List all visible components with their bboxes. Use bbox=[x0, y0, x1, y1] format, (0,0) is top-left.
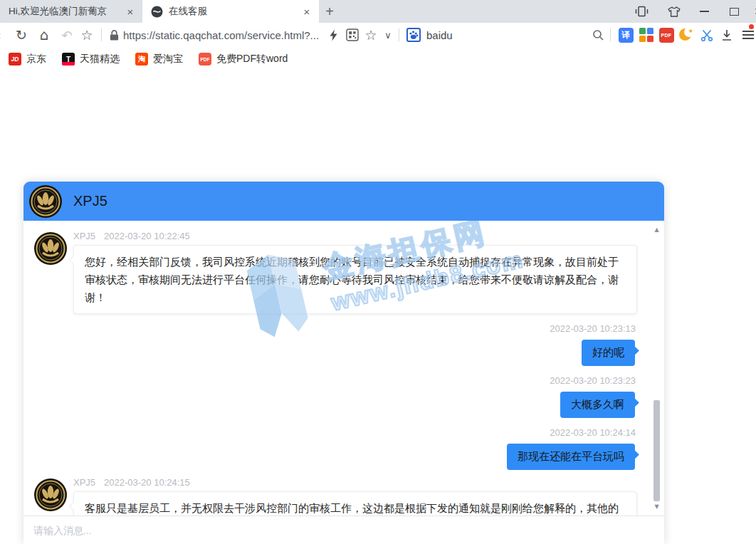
bookmark-label: 京东 bbox=[26, 53, 46, 66]
chat-widget: XPJ5 XPJ5 2022-03-20 10:22:45 您好，经相关部门反馈… bbox=[23, 182, 664, 544]
agent-message: XPJ5 2022-03-20 10:24:15 客服只是基层员工，并无权限去干… bbox=[34, 476, 637, 516]
agent-avatar bbox=[34, 232, 67, 265]
globe-favicon-icon bbox=[151, 6, 163, 18]
bookmark-tmall[interactable]: T 天猫精选 bbox=[62, 53, 120, 66]
page-content: XPJ5 XPJ5 2022-03-20 10:22:45 您好，经相关部门反馈… bbox=[0, 71, 756, 544]
screenshot-scissors-icon[interactable] bbox=[698, 23, 716, 47]
user-message: 2022-03-20 10:24:14 那现在还能在平台玩吗 bbox=[34, 427, 637, 470]
bookmark-taobao[interactable]: 淘 爱淘宝 bbox=[135, 53, 183, 66]
toolbar-divider bbox=[399, 28, 399, 41]
new-tab-button[interactable]: + bbox=[319, 0, 340, 23]
message-bubble: 那现在还能在平台玩吗 bbox=[507, 444, 635, 470]
agent-message: XPJ5 2022-03-20 10:22:45 您好，经相关部门反馈，我司风控… bbox=[34, 229, 637, 314]
back-icon[interactable]: ‹ bbox=[0, 23, 4, 47]
toolbar-divider bbox=[610, 28, 611, 41]
sender-name: XPJ5 bbox=[73, 231, 95, 241]
agent-name-title: XPJ5 bbox=[73, 193, 107, 209]
tab-online-service[interactable]: 在线客服 × bbox=[142, 0, 319, 23]
tab-strip: Hi,欢迎光临澳门新葡京 × 在线客服 × + ✕ bbox=[0, 0, 756, 23]
favorites-star-icon[interactable]: ☆ bbox=[77, 23, 97, 47]
scrollbar[interactable]: ▲ ▼ bbox=[652, 226, 661, 510]
baidu-paw-icon[interactable] bbox=[405, 23, 422, 47]
close-button[interactable]: ✕ bbox=[747, 0, 756, 23]
user-message: 2022-03-20 10:23:23 大概多久啊 bbox=[34, 375, 637, 418]
jd-icon: JD bbox=[9, 53, 21, 66]
home-icon[interactable]: ⌂ bbox=[34, 23, 54, 47]
scroll-down-icon[interactable]: ▼ bbox=[652, 503, 661, 510]
refresh-icon[interactable]: ↻ bbox=[11, 23, 31, 47]
browser-toolbar: ‹ ↻ ⌂ ↶ ☆ https://static.qaqchat.com/ser… bbox=[0, 23, 756, 47]
bookmark-jd[interactable]: JD 京东 bbox=[9, 53, 46, 66]
qr-code-icon[interactable] bbox=[344, 23, 361, 47]
pdf-icon: PDF bbox=[199, 53, 211, 66]
tab-title: 在线客服 bbox=[169, 5, 296, 18]
bookmark-pdf2word[interactable]: PDF 免费PDF转word bbox=[199, 53, 288, 66]
message-meta: XPJ5 2022-03-20 10:22:45 bbox=[73, 231, 637, 241]
chat-header: XPJ5 bbox=[23, 182, 664, 221]
scrollbar-thumb[interactable] bbox=[653, 400, 660, 501]
chat-input-bar bbox=[23, 516, 664, 544]
timestamp: 2022-03-20 10:23:13 bbox=[550, 323, 636, 334]
extensions-grid-icon[interactable] bbox=[637, 23, 656, 47]
tmall-icon: T bbox=[62, 53, 75, 66]
timestamp: 2022-03-20 10:24:15 bbox=[104, 477, 190, 488]
toolbar-divider bbox=[101, 28, 102, 41]
taobao-icon: 淘 bbox=[135, 53, 148, 66]
bookmark-label: 爱淘宝 bbox=[153, 53, 183, 66]
bookmarks-bar: JD 京东 T 天猫精选 淘 爱淘宝 PDF 免费PDF转word bbox=[0, 47, 756, 72]
agent-avatar bbox=[34, 478, 67, 511]
message-bubble: 好的呢 bbox=[582, 340, 635, 366]
download-icon[interactable] bbox=[718, 23, 736, 47]
page-star-icon[interactable]: ☆ bbox=[362, 23, 379, 47]
address-bar-url[interactable]: https://static.qaqchat.com/service.html?… bbox=[123, 23, 319, 47]
message-meta: XPJ5 2022-03-20 10:24:15 bbox=[73, 477, 637, 488]
translate-extension-icon[interactable]: 译 bbox=[616, 23, 635, 47]
user-message: 2022-03-20 10:23:13 好的呢 bbox=[34, 323, 637, 366]
search-engine-label[interactable]: baidu bbox=[426, 23, 453, 47]
message-input[interactable] bbox=[32, 524, 658, 537]
theme-skin-icon[interactable] bbox=[663, 0, 685, 23]
tab-close-icon[interactable]: × bbox=[300, 5, 313, 18]
tab-casino-site[interactable]: Hi,欢迎光临澳门新葡京 × bbox=[0, 0, 142, 23]
maximize-button[interactable] bbox=[723, 0, 745, 23]
brand-logo-icon bbox=[29, 185, 62, 218]
lock-icon[interactable] bbox=[107, 23, 121, 47]
chat-message-area: XPJ5 2022-03-20 10:22:45 您好，经相关部门反馈，我司风控… bbox=[23, 221, 664, 516]
message-bubble: 客服只是基层员工，并无权限去干涉风控部门的审核工作，这边都是根据下发的通知就是刚… bbox=[73, 491, 637, 516]
undo-icon[interactable]: ↶ bbox=[57, 23, 77, 47]
timestamp: 2022-03-20 10:23:23 bbox=[550, 375, 636, 386]
night-mode-moon-icon[interactable]: ★ bbox=[677, 23, 695, 47]
notification-dot bbox=[749, 24, 754, 29]
minimize-button[interactable] bbox=[693, 0, 715, 23]
timestamp: 2022-03-20 10:24:14 bbox=[550, 427, 636, 438]
scroll-up-icon[interactable]: ▲ bbox=[652, 226, 661, 233]
mobile-view-icon[interactable] bbox=[631, 0, 652, 23]
sender-name: XPJ5 bbox=[73, 477, 95, 488]
message-bubble: 大概多久啊 bbox=[560, 392, 635, 418]
bookmark-label: 免费PDF转word bbox=[216, 53, 288, 66]
search-icon[interactable] bbox=[589, 23, 607, 47]
tab-close-icon[interactable]: × bbox=[124, 5, 137, 18]
tab-title: Hi,欢迎光临澳门新葡京 bbox=[9, 5, 120, 18]
lightning-icon[interactable] bbox=[325, 23, 341, 47]
bookmark-label: 天猫精选 bbox=[80, 53, 120, 66]
message-bubble: 您好，经相关部门反馈，我司风控系统近期稽核到您的账号目前已被安全系统自动捕捉存在… bbox=[73, 245, 637, 314]
chevron-down-icon[interactable]: ∨ bbox=[380, 23, 396, 47]
pdf-extension-icon[interactable]: PDF bbox=[657, 23, 676, 47]
timestamp: 2022-03-20 10:22:45 bbox=[104, 231, 190, 241]
